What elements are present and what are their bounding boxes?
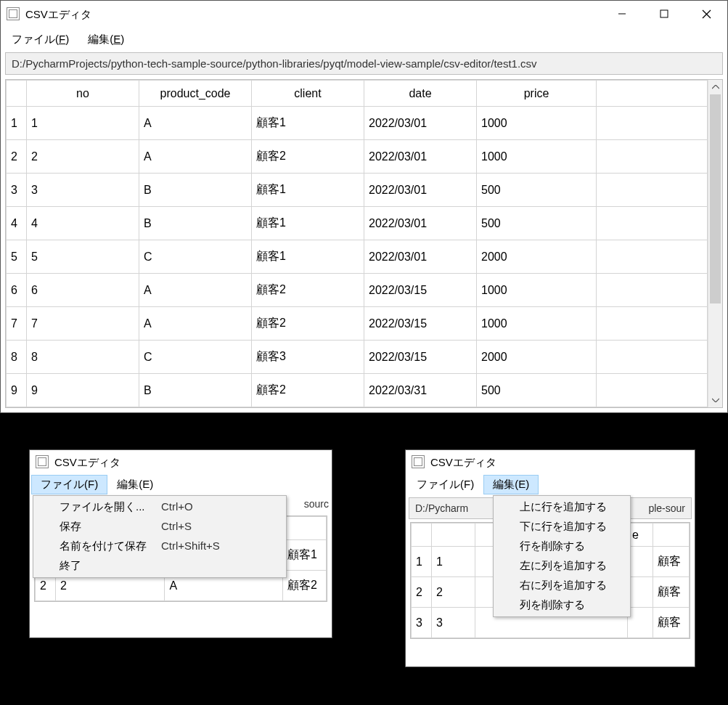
cell[interactable]: C <box>139 240 252 274</box>
table-row[interactable]: 22A顧客22022/03/011000 <box>7 140 708 174</box>
menu-file[interactable]: ファイル(F) <box>407 475 483 494</box>
cell[interactable]: 2022/03/15 <box>364 274 477 307</box>
cell[interactable]: 顧客 <box>653 608 690 638</box>
menu-item[interactable]: 下に行を追加する <box>495 517 629 537</box>
cell[interactable]: 1000 <box>477 140 597 174</box>
cell[interactable]: 顧客3 <box>252 341 364 374</box>
cell[interactable]: 2 <box>432 577 475 608</box>
cell[interactable]: B <box>139 207 252 240</box>
cell[interactable]: 顧客2 <box>252 374 364 407</box>
titlebar[interactable]: CSVエディタ <box>406 450 695 473</box>
cell[interactable]: 3 <box>432 608 475 638</box>
cell-empty[interactable] <box>597 374 708 407</box>
cell[interactable]: 顧客2 <box>252 140 364 174</box>
cell[interactable]: 2022/03/31 <box>364 374 477 407</box>
col-header[interactable]: price <box>477 81 597 107</box>
cell[interactable]: 2 <box>27 140 139 174</box>
cell-empty[interactable] <box>597 174 708 207</box>
cell[interactable] <box>628 608 653 638</box>
cell[interactable]: 2000 <box>477 341 597 374</box>
menu-edit[interactable]: 編集(E) <box>107 475 163 494</box>
cell-empty[interactable] <box>597 274 708 307</box>
csv-table[interactable]: no product_code client date price 11A顧客1… <box>5 79 723 408</box>
col-header[interactable]: no <box>27 81 139 107</box>
cell[interactable]: 8 <box>27 341 139 374</box>
cell[interactable]: 6 <box>27 274 139 307</box>
cell[interactable]: A <box>139 274 252 307</box>
cell[interactable]: 1 <box>27 107 139 140</box>
table-corner[interactable] <box>7 81 27 107</box>
cell[interactable]: 2022/03/01 <box>364 240 477 274</box>
row-header[interactable]: 1 <box>412 547 432 577</box>
table-row[interactable]: 99B顧客22022/03/31500 <box>7 374 708 407</box>
cell[interactable] <box>628 547 653 577</box>
cell[interactable]: 顧客1 <box>252 240 364 274</box>
scroll-down-icon[interactable] <box>708 393 722 407</box>
cell[interactable]: 4 <box>27 207 139 240</box>
col-header[interactable]: date <box>364 81 477 107</box>
close-button[interactable] <box>685 1 727 27</box>
row-header[interactable]: 9 <box>7 374 27 407</box>
table-row[interactable]: 77A顧客22022/03/151000 <box>7 307 708 341</box>
menu-item[interactable]: 右に列を追加する <box>495 576 629 595</box>
scroll-up-icon[interactable] <box>708 80 722 94</box>
cell[interactable]: 顧客2 <box>252 307 364 341</box>
minimize-button[interactable] <box>601 1 643 27</box>
cell-empty[interactable] <box>597 140 708 174</box>
scroll-thumb[interactable] <box>710 94 721 303</box>
cell[interactable]: 顧客2 <box>252 274 364 307</box>
cell[interactable]: 2022/03/01 <box>364 140 477 174</box>
cell[interactable]: 顧客1 <box>252 174 364 207</box>
cell-empty[interactable] <box>597 207 708 240</box>
cell[interactable]: C <box>139 341 252 374</box>
menu-item[interactable]: 列を削除する <box>495 595 629 615</box>
table-row[interactable]: 66A顧客22022/03/151000 <box>7 274 708 307</box>
menu-item[interactable]: 左に列を追加する <box>495 556 629 576</box>
row-header[interactable]: 2 <box>412 577 432 608</box>
cell[interactable]: A <box>139 140 252 174</box>
cell[interactable]: 2022/03/01 <box>364 107 477 140</box>
row-header[interactable]: 3 <box>7 174 27 207</box>
menu-edit[interactable]: 編集(E) <box>78 30 134 49</box>
vertical-scrollbar[interactable] <box>708 80 722 407</box>
col-header-empty[interactable] <box>597 81 708 107</box>
cell-empty[interactable] <box>597 341 708 374</box>
cell[interactable]: 2022/03/15 <box>364 307 477 341</box>
menu-item[interactable]: ファイルを開く...Ctrl+O <box>35 497 285 517</box>
table-row[interactable]: 11A顧客12022/03/011000 <box>7 107 708 140</box>
cell[interactable]: 500 <box>477 174 597 207</box>
titlebar[interactable]: CSVエディタ <box>1 1 727 27</box>
cell[interactable]: 2000 <box>477 240 597 274</box>
cell[interactable]: 500 <box>477 374 597 407</box>
row-header[interactable]: 4 <box>7 207 27 240</box>
cell[interactable]: B <box>139 174 252 207</box>
cell[interactable]: 3 <box>27 174 139 207</box>
cell[interactable]: 1000 <box>477 107 597 140</box>
cell[interactable]: B <box>139 374 252 407</box>
table-row[interactable]: 55C顧客12022/03/012000 <box>7 240 708 274</box>
cell[interactable]: 2022/03/01 <box>364 207 477 240</box>
cell[interactable]: 1000 <box>477 307 597 341</box>
cell[interactable]: 7 <box>27 307 139 341</box>
cell[interactable]: 500 <box>477 207 597 240</box>
cell[interactable]: 顧客1 <box>252 207 364 240</box>
table-row[interactable]: 33B顧客12022/03/01500 <box>7 174 708 207</box>
menu-item[interactable]: 名前を付けて保存Ctrl+Shift+S <box>35 537 285 556</box>
table-row[interactable]: 88C顧客32022/03/152000 <box>7 341 708 374</box>
menu-file[interactable]: ファイル(F) <box>2 30 78 49</box>
table-row[interactable]: 44B顧客12022/03/01500 <box>7 207 708 240</box>
cell[interactable]: A <box>139 307 252 341</box>
cell[interactable]: 1000 <box>477 274 597 307</box>
cell[interactable]: 顧客 <box>653 547 690 577</box>
cell-empty[interactable] <box>597 307 708 341</box>
cell-empty[interactable] <box>597 107 708 140</box>
row-header[interactable]: 6 <box>7 274 27 307</box>
cell-empty[interactable] <box>597 240 708 274</box>
titlebar[interactable]: CSVエディタ <box>30 450 332 473</box>
cell[interactable] <box>628 577 653 608</box>
cell[interactable]: A <box>139 107 252 140</box>
row-header[interactable]: 2 <box>7 140 27 174</box>
cell[interactable]: 顧客1 <box>252 107 364 140</box>
cell[interactable]: 2022/03/01 <box>364 174 477 207</box>
row-header[interactable]: 7 <box>7 307 27 341</box>
